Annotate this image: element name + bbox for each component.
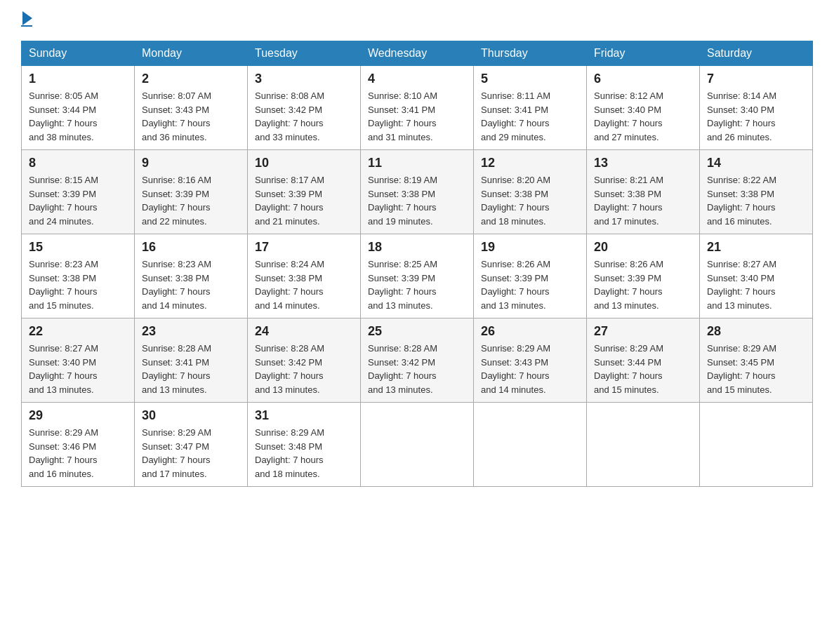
day-info: Sunrise: 8:29 AMSunset: 3:45 PMDaylight:…: [707, 342, 805, 396]
day-info: Sunrise: 8:28 AMSunset: 3:42 PMDaylight:…: [255, 342, 353, 396]
column-header-monday: Monday: [135, 41, 248, 66]
day-number: 14: [707, 156, 805, 170]
day-info: Sunrise: 8:23 AMSunset: 3:38 PMDaylight:…: [142, 257, 240, 312]
day-info: Sunrise: 8:05 AMSunset: 3:44 PMDaylight:…: [29, 89, 127, 144]
day-number: 17: [255, 240, 353, 255]
day-number: 8: [29, 156, 127, 170]
calendar-cell: 26Sunrise: 8:29 AMSunset: 3:43 PMDayligh…: [474, 318, 587, 403]
day-info: Sunrise: 8:25 AMSunset: 3:39 PMDaylight:…: [368, 257, 466, 312]
calendar-cell: 5Sunrise: 8:11 AMSunset: 3:41 PMDaylight…: [474, 66, 587, 150]
day-number: 6: [594, 72, 692, 86]
calendar-cell: 17Sunrise: 8:24 AMSunset: 3:38 PMDayligh…: [248, 234, 361, 318]
calendar-cell: [587, 403, 700, 487]
calendar-cell: 13Sunrise: 8:21 AMSunset: 3:38 PMDayligh…: [587, 150, 700, 234]
day-number: 22: [29, 324, 127, 339]
day-number: 23: [142, 324, 240, 339]
calendar-header-row: SundayMondayTuesdayWednesdayThursdayFrid…: [22, 41, 813, 66]
day-number: 3: [255, 72, 353, 86]
calendar-table: SundayMondayTuesdayWednesdayThursdayFrid…: [21, 41, 813, 487]
calendar-cell: 3Sunrise: 8:08 AMSunset: 3:42 PMDaylight…: [248, 66, 361, 150]
day-number: 1: [29, 72, 127, 86]
column-header-wednesday: Wednesday: [361, 41, 474, 66]
calendar-cell: 16Sunrise: 8:23 AMSunset: 3:38 PMDayligh…: [135, 234, 248, 318]
calendar-cell: 25Sunrise: 8:28 AMSunset: 3:42 PMDayligh…: [361, 318, 474, 403]
calendar-cell: 10Sunrise: 8:17 AMSunset: 3:39 PMDayligh…: [248, 150, 361, 234]
column-header-tuesday: Tuesday: [248, 41, 361, 66]
calendar-week-row: 22Sunrise: 8:27 AMSunset: 3:40 PMDayligh…: [22, 318, 813, 403]
day-number: 28: [707, 324, 805, 339]
calendar-cell: 28Sunrise: 8:29 AMSunset: 3:45 PMDayligh…: [700, 318, 813, 403]
day-info: Sunrise: 8:20 AMSunset: 3:38 PMDaylight:…: [481, 173, 579, 228]
header: [21, 14, 813, 27]
calendar-cell: 29Sunrise: 8:29 AMSunset: 3:46 PMDayligh…: [22, 403, 135, 487]
logo-triangle-icon: [22, 11, 32, 25]
day-number: 20: [594, 240, 692, 255]
calendar-cell: [361, 403, 474, 487]
day-info: Sunrise: 8:10 AMSunset: 3:41 PMDaylight:…: [368, 89, 466, 144]
day-info: Sunrise: 8:22 AMSunset: 3:38 PMDaylight:…: [707, 173, 805, 228]
calendar-cell: 22Sunrise: 8:27 AMSunset: 3:40 PMDayligh…: [22, 318, 135, 403]
calendar-cell: 20Sunrise: 8:26 AMSunset: 3:39 PMDayligh…: [587, 234, 700, 318]
day-info: Sunrise: 8:23 AMSunset: 3:38 PMDaylight:…: [29, 257, 127, 312]
day-info: Sunrise: 8:29 AMSunset: 3:47 PMDaylight:…: [142, 426, 240, 481]
day-number: 19: [481, 240, 579, 255]
day-number: 4: [368, 72, 466, 86]
day-info: Sunrise: 8:24 AMSunset: 3:38 PMDaylight:…: [255, 257, 353, 312]
day-info: Sunrise: 8:28 AMSunset: 3:41 PMDaylight:…: [142, 342, 240, 396]
day-info: Sunrise: 8:27 AMSunset: 3:40 PMDaylight:…: [707, 257, 805, 312]
day-number: 11: [368, 156, 466, 170]
calendar-cell: 19Sunrise: 8:26 AMSunset: 3:39 PMDayligh…: [474, 234, 587, 318]
day-info: Sunrise: 8:11 AMSunset: 3:41 PMDaylight:…: [481, 89, 579, 144]
day-info: Sunrise: 8:12 AMSunset: 3:40 PMDaylight:…: [594, 89, 692, 144]
calendar-cell: 24Sunrise: 8:28 AMSunset: 3:42 PMDayligh…: [248, 318, 361, 403]
day-info: Sunrise: 8:27 AMSunset: 3:40 PMDaylight:…: [29, 342, 127, 396]
calendar-cell: 4Sunrise: 8:10 AMSunset: 3:41 PMDaylight…: [361, 66, 474, 150]
day-number: 29: [29, 408, 127, 423]
day-number: 12: [481, 156, 579, 170]
calendar-cell: 9Sunrise: 8:16 AMSunset: 3:39 PMDaylight…: [135, 150, 248, 234]
day-number: 7: [707, 72, 805, 86]
calendar-cell: 14Sunrise: 8:22 AMSunset: 3:38 PMDayligh…: [700, 150, 813, 234]
calendar-cell: 15Sunrise: 8:23 AMSunset: 3:38 PMDayligh…: [22, 234, 135, 318]
calendar-cell: [700, 403, 813, 487]
calendar-cell: 21Sunrise: 8:27 AMSunset: 3:40 PMDayligh…: [700, 234, 813, 318]
calendar-week-row: 8Sunrise: 8:15 AMSunset: 3:39 PMDaylight…: [22, 150, 813, 234]
calendar-cell: 12Sunrise: 8:20 AMSunset: 3:38 PMDayligh…: [474, 150, 587, 234]
day-info: Sunrise: 8:29 AMSunset: 3:44 PMDaylight:…: [594, 342, 692, 396]
day-number: 13: [594, 156, 692, 170]
calendar-cell: 11Sunrise: 8:19 AMSunset: 3:38 PMDayligh…: [361, 150, 474, 234]
column-header-saturday: Saturday: [700, 41, 813, 66]
day-info: Sunrise: 8:29 AMSunset: 3:46 PMDaylight:…: [29, 426, 127, 481]
day-info: Sunrise: 8:17 AMSunset: 3:39 PMDaylight:…: [255, 173, 353, 228]
calendar-cell: [474, 403, 587, 487]
calendar-week-row: 1Sunrise: 8:05 AMSunset: 3:44 PMDaylight…: [22, 66, 813, 150]
calendar-cell: 23Sunrise: 8:28 AMSunset: 3:41 PMDayligh…: [135, 318, 248, 403]
calendar-cell: 7Sunrise: 8:14 AMSunset: 3:40 PMDaylight…: [700, 66, 813, 150]
calendar-week-row: 29Sunrise: 8:29 AMSunset: 3:46 PMDayligh…: [22, 403, 813, 487]
column-header-friday: Friday: [587, 41, 700, 66]
calendar-cell: 27Sunrise: 8:29 AMSunset: 3:44 PMDayligh…: [587, 318, 700, 403]
day-info: Sunrise: 8:26 AMSunset: 3:39 PMDaylight:…: [481, 257, 579, 312]
calendar-cell: 8Sunrise: 8:15 AMSunset: 3:39 PMDaylight…: [22, 150, 135, 234]
day-number: 24: [255, 324, 353, 339]
calendar-cell: 1Sunrise: 8:05 AMSunset: 3:44 PMDaylight…: [22, 66, 135, 150]
day-info: Sunrise: 8:28 AMSunset: 3:42 PMDaylight:…: [368, 342, 466, 396]
calendar-week-row: 15Sunrise: 8:23 AMSunset: 3:38 PMDayligh…: [22, 234, 813, 318]
day-number: 27: [594, 324, 692, 339]
day-number: 10: [255, 156, 353, 170]
day-number: 5: [481, 72, 579, 86]
day-info: Sunrise: 8:16 AMSunset: 3:39 PMDaylight:…: [142, 173, 240, 228]
day-number: 31: [255, 408, 353, 423]
logo: [21, 14, 32, 27]
day-number: 18: [368, 240, 466, 255]
day-number: 25: [368, 324, 466, 339]
day-info: Sunrise: 8:19 AMSunset: 3:38 PMDaylight:…: [368, 173, 466, 228]
day-info: Sunrise: 8:14 AMSunset: 3:40 PMDaylight:…: [707, 89, 805, 144]
day-number: 2: [142, 72, 240, 86]
day-number: 30: [142, 408, 240, 423]
day-number: 26: [481, 324, 579, 339]
day-number: 15: [29, 240, 127, 255]
calendar-cell: 30Sunrise: 8:29 AMSunset: 3:47 PMDayligh…: [135, 403, 248, 487]
column-header-sunday: Sunday: [22, 41, 135, 66]
calendar-cell: 31Sunrise: 8:29 AMSunset: 3:48 PMDayligh…: [248, 403, 361, 487]
